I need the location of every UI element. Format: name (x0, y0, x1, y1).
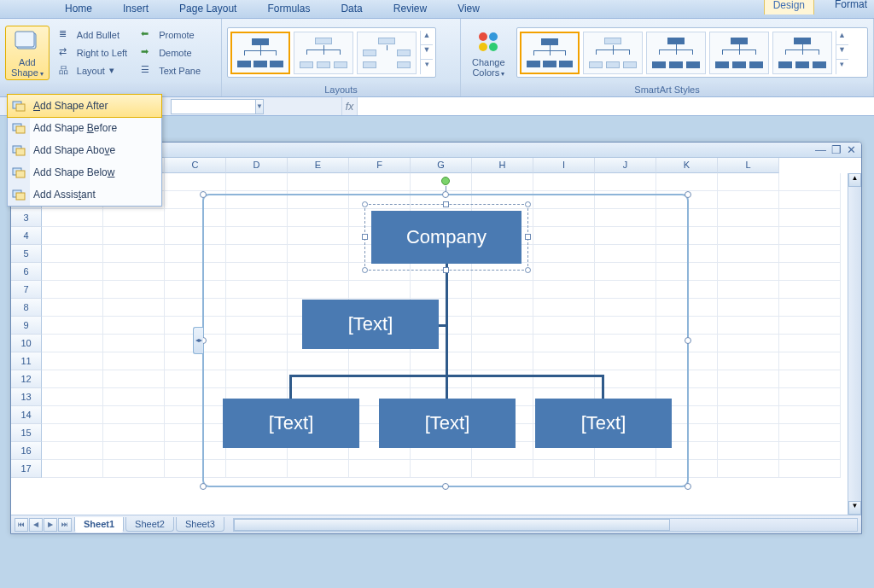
org-node-child-1[interactable]: [Text] (223, 399, 359, 448)
smartart-frame[interactable]: ◂▸ Company [Text] (202, 194, 689, 487)
shape-handle[interactable] (525, 201, 531, 207)
col-I[interactable]: I (533, 158, 595, 173)
row-6[interactable]: 6 (11, 263, 42, 281)
row-14[interactable]: 14 (11, 406, 42, 424)
resize-handle-bl[interactable] (200, 483, 207, 490)
grid[interactable]: A B C D E F G H I J K L 1234567891011121… (11, 158, 861, 515)
resize-handle-bm[interactable] (442, 483, 449, 490)
row-5[interactable]: 5 (11, 245, 42, 263)
sheet-nav-first[interactable]: ⏮ (15, 518, 28, 532)
col-H[interactable]: H (472, 158, 533, 173)
shape-handle[interactable] (362, 267, 368, 273)
horizontal-scrollbar[interactable] (233, 518, 858, 532)
window-restore[interactable]: ❐ (831, 143, 842, 156)
change-colors-button[interactable]: Change Colors (466, 26, 511, 80)
row-4[interactable]: 4 (11, 227, 42, 245)
row-13[interactable]: 13 (11, 388, 42, 406)
col-G[interactable]: G (411, 158, 472, 173)
tab-data[interactable]: Data (337, 1, 365, 18)
vertical-scrollbar[interactable]: ▲ ▼ (848, 173, 861, 515)
add-bullet-button[interactable]: ≣Add Bullet (55, 26, 131, 44)
col-K[interactable]: K (656, 158, 718, 173)
style-thumb-5[interactable] (772, 32, 832, 74)
shape-handle[interactable] (443, 201, 449, 207)
scroll-down[interactable]: ▼ (848, 501, 861, 515)
menu-add-shape-below[interactable]: Add Shape Below (8, 161, 161, 183)
row-10[interactable]: 10 (11, 335, 42, 352)
styles-down[interactable]: ▼ (836, 45, 848, 60)
row-7[interactable]: 7 (11, 281, 42, 299)
row-9[interactable]: 9 (11, 317, 42, 335)
sheet-tab-3[interactable]: Sheet3 (176, 517, 224, 532)
text-pane-button[interactable]: ☰Text Pane (137, 62, 205, 79)
text-pane-toggle[interactable]: ◂▸ (193, 327, 203, 354)
add-shape-button[interactable]: Add Shape (5, 26, 50, 80)
tab-review[interactable]: Review (390, 1, 430, 18)
layout-thumb-3[interactable] (357, 32, 417, 74)
resize-handle-tr[interactable] (685, 191, 691, 198)
row-3[interactable]: 3 (11, 209, 42, 227)
style-thumb-3[interactable] (646, 32, 706, 74)
col-C[interactable]: C (165, 158, 226, 173)
menu-add-shape-above[interactable]: Add Shape Above (8, 139, 161, 161)
tab-page-layout[interactable]: Page Layout (176, 1, 240, 18)
gallery-up[interactable]: ▲ (421, 31, 433, 45)
demote-button[interactable]: ➡Demote (137, 44, 205, 61)
row-8[interactable]: 8 (11, 299, 42, 317)
row-17[interactable]: 17 (11, 460, 42, 478)
style-thumb-4[interactable] (709, 32, 769, 74)
layout-button[interactable]: 品Layout ▾ (55, 62, 131, 79)
styles-gallery[interactable]: ▲ ▼ ▾ (516, 27, 868, 78)
window-close[interactable]: ✕ (847, 143, 856, 156)
shape-handle[interactable] (525, 267, 531, 273)
menu-add-assistant[interactable]: Add Assistant (8, 183, 161, 206)
sheet-tab-2[interactable]: Sheet2 (125, 517, 174, 532)
gallery-down[interactable]: ▼ (421, 45, 433, 60)
tab-insert[interactable]: Insert (119, 1, 152, 18)
row-16[interactable]: 16 (11, 442, 42, 460)
org-node-child-2[interactable]: [Text] (379, 399, 516, 448)
tab-design[interactable]: Design (764, 0, 814, 15)
layout-thumb-2[interactable] (294, 32, 353, 74)
row-11[interactable]: 11 (11, 352, 42, 370)
col-E[interactable]: E (288, 158, 349, 173)
resize-handle-br[interactable] (685, 483, 691, 490)
resize-handle-tm[interactable] (442, 191, 449, 198)
layouts-gallery[interactable]: ▲ ▼ ▾ (227, 27, 436, 78)
shape-handle[interactable] (443, 267, 449, 273)
right-to-left-button[interactable]: ⇄Right to Left (55, 44, 131, 61)
rotation-handle[interactable] (441, 177, 450, 185)
fx-icon[interactable]: fx (341, 97, 357, 115)
resize-handle-mr[interactable] (685, 337, 691, 344)
tab-view[interactable]: View (454, 1, 483, 18)
sheet-nav-next[interactable]: ▶ (44, 518, 57, 532)
layout-thumb-1[interactable] (230, 32, 290, 74)
menu-add-shape-after[interactable]: Add Shape After (7, 94, 162, 118)
shape-handle[interactable] (362, 234, 368, 240)
col-L[interactable]: L (718, 158, 779, 173)
row-12[interactable]: 12 (11, 370, 42, 388)
shape-handle[interactable] (362, 201, 368, 207)
shape-handle[interactable] (525, 234, 531, 240)
sheet-nav-last[interactable]: ⏭ (58, 518, 72, 532)
window-minimize[interactable]: — (815, 143, 826, 156)
formula-input[interactable] (357, 97, 874, 115)
col-F[interactable]: F (349, 158, 411, 173)
gallery-more[interactable]: ▾ (421, 60, 433, 74)
org-node-child-3[interactable]: [Text] (535, 399, 672, 448)
resize-handle-tl[interactable] (200, 191, 207, 198)
tab-format[interactable]: Format (831, 0, 871, 15)
tab-home[interactable]: Home (61, 1, 96, 18)
menu-add-shape-before[interactable]: Add Shape Before (8, 117, 161, 139)
sheet-nav-prev[interactable]: ◀ (29, 518, 43, 532)
tab-formulas[interactable]: Formulas (264, 1, 313, 18)
row-15[interactable]: 15 (11, 424, 42, 442)
col-J[interactable]: J (595, 158, 656, 173)
org-node-assistant[interactable]: [Text] (302, 300, 439, 349)
hscroll-thumb[interactable] (234, 519, 670, 531)
style-thumb-1[interactable] (520, 32, 580, 74)
sheet-tab-1[interactable]: Sheet1 (74, 517, 124, 533)
org-node-root[interactable]: Company (371, 211, 521, 264)
styles-up[interactable]: ▲ (836, 31, 848, 45)
style-thumb-2[interactable] (583, 32, 643, 74)
